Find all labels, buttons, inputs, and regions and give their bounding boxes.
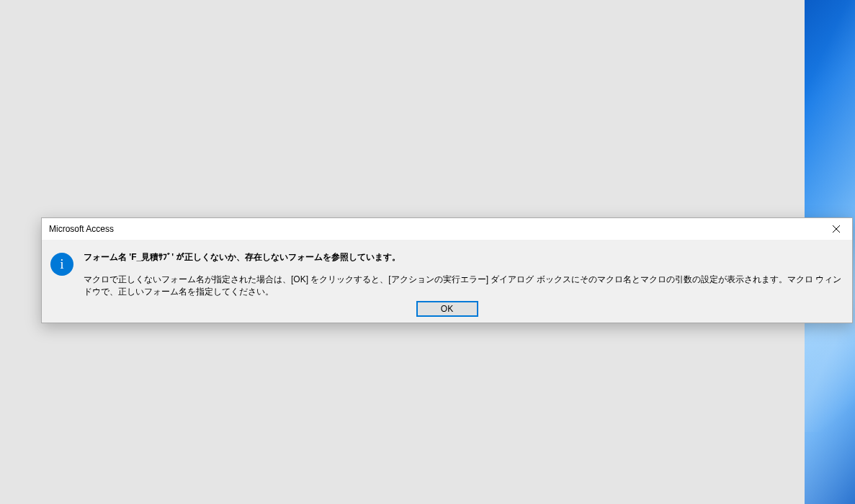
ok-button[interactable]: OK — [416, 301, 478, 317]
close-icon — [833, 225, 840, 233]
message-column: フォーム名 'F_見積ｻﾌﾞ' が正しくないか、存在しないフォームを参照していま… — [84, 248, 843, 298]
dialog-titlebar: Microsoft Access — [42, 218, 852, 240]
button-row: OK — [50, 298, 843, 317]
message-dialog: Microsoft Access i フォーム名 'F_見積ｻﾌﾞ' が正しくな… — [41, 217, 853, 323]
close-button[interactable] — [820, 218, 852, 240]
dialog-body: i フォーム名 'F_見積ｻﾌﾞ' が正しくないか、存在しないフォームを参照して… — [42, 240, 852, 323]
info-icon: i — [50, 253, 73, 276]
dialog-title: Microsoft Access — [49, 224, 114, 234]
message-detail-text: マクロで正しくないフォーム名が指定された場合は、[OK] をクリックすると、[ア… — [84, 274, 843, 298]
message-main-text: フォーム名 'F_見積ｻﾌﾞ' が正しくないか、存在しないフォームを参照していま… — [84, 251, 843, 264]
dialog-content-row: i フォーム名 'F_見積ｻﾌﾞ' が正しくないか、存在しないフォームを参照して… — [50, 248, 843, 298]
